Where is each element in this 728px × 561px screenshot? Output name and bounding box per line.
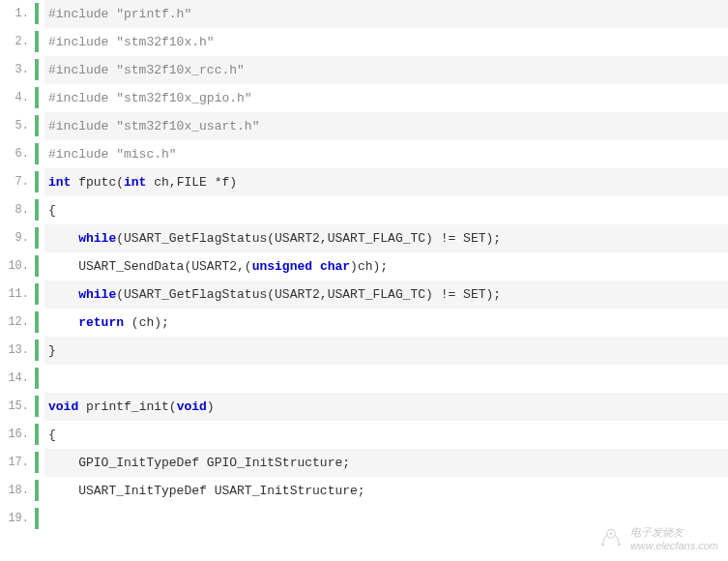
line-number: 5.: [0, 112, 35, 140]
code-line: 11. while(USART_GetFlagStatus(USART2,USA…: [0, 280, 728, 309]
code-line: 2.#include "stm32f10x.h": [0, 28, 728, 56]
code-text[interactable]: #include "stm32f10x_gpio.h": [44, 84, 728, 112]
code-text[interactable]: USART_SendData(USART2,(unsigned char)ch)…: [44, 252, 728, 280]
code-line: 10. USART_SendData(USART2,(unsigned char…: [0, 252, 728, 280]
line-number: 15.: [0, 393, 35, 421]
code-text[interactable]: USART_InitTypeDef USART_InitStructure;: [44, 477, 728, 505]
gutter-bar: [35, 283, 39, 305]
code-line: 14.: [0, 365, 728, 393]
line-number: 10.: [0, 252, 35, 280]
line-number: 7.: [0, 168, 35, 196]
gutter-bar: [35, 227, 39, 249]
gutter-bar: [35, 255, 39, 277]
svg-point-3: [610, 532, 613, 535]
code-text[interactable]: {: [44, 421, 728, 449]
code-text[interactable]: #include "misc.h": [44, 140, 728, 168]
line-number: 16.: [0, 421, 35, 449]
code-line: 8.{: [0, 196, 728, 224]
gutter-bar: [35, 396, 39, 417]
gutter-bar: [35, 452, 39, 473]
code-line: 1.#include "printf.h": [0, 0, 728, 28]
code-text[interactable]: #include "stm32f10x_rcc.h": [44, 56, 728, 84]
svg-point-1: [601, 544, 604, 546]
svg-point-2: [618, 544, 621, 546]
code-line: 12. return (ch);: [0, 309, 728, 337]
line-number: 17.: [0, 449, 35, 477]
code-line: 13.}: [0, 337, 728, 365]
gutter-bar: [35, 311, 39, 333]
gutter-bar: [35, 31, 39, 52]
code-text[interactable]: #include "printf.h": [44, 0, 728, 28]
gutter-bar: [35, 508, 39, 529]
gutter-bar: [35, 199, 39, 221]
code-text[interactable]: }: [44, 337, 728, 365]
watermark-icon: [597, 524, 625, 551]
gutter-bar: [35, 368, 39, 389]
code-text[interactable]: void printf_init(void): [44, 393, 728, 421]
code-line: 7.int fputc(int ch,FILE *f): [0, 168, 728, 196]
line-number: 4.: [0, 84, 35, 112]
line-number: 3.: [0, 56, 35, 84]
code-line: 18. USART_InitTypeDef USART_InitStructur…: [0, 477, 728, 505]
line-number: 11.: [0, 280, 35, 309]
code-text[interactable]: while(USART_GetFlagStatus(USART2,USART_F…: [44, 224, 728, 252]
code-text[interactable]: #include "stm32f10x_usart.h": [44, 112, 728, 140]
code-line: 17. GPIO_InitTypeDef GPIO_InitStructure;: [0, 449, 728, 477]
watermark-line2: www.elecfans.com: [630, 540, 718, 551]
code-line: 16.{: [0, 421, 728, 449]
line-number: 19.: [0, 505, 35, 533]
watermark-line1: 电子发烧友: [630, 525, 718, 540]
line-number: 8.: [0, 196, 35, 224]
line-number: 18.: [0, 477, 35, 505]
gutter-bar: [35, 171, 39, 192]
line-number: 2.: [0, 28, 35, 56]
code-line: 3.#include "stm32f10x_rcc.h": [0, 56, 728, 84]
gutter-bar: [35, 115, 39, 136]
gutter-bar: [35, 424, 39, 445]
gutter-bar: [35, 143, 39, 164]
code-text[interactable]: return (ch);: [44, 309, 728, 337]
code-line: 15.void printf_init(void): [0, 393, 728, 421]
line-number: 6.: [0, 140, 35, 168]
watermark: 电子发烧友 www.elecfans.com: [597, 524, 718, 551]
code-text[interactable]: #include "stm32f10x.h": [44, 28, 728, 56]
gutter-bar: [35, 340, 39, 361]
line-number: 9.: [0, 224, 35, 252]
gutter-bar: [35, 87, 39, 108]
code-line: 6.#include "misc.h": [0, 140, 728, 168]
code-editor: 1.#include "printf.h"2.#include "stm32f1…: [0, 0, 728, 533]
code-text[interactable]: int fputc(int ch,FILE *f): [44, 168, 728, 196]
gutter-bar: [35, 3, 39, 24]
line-number: 13.: [0, 337, 35, 365]
line-number: 1.: [0, 0, 35, 28]
watermark-text: 电子发烧友 www.elecfans.com: [630, 525, 718, 551]
line-number: 14.: [0, 365, 35, 393]
code-line: 4.#include "stm32f10x_gpio.h": [0, 84, 728, 112]
code-line: 9. while(USART_GetFlagStatus(USART2,USAR…: [0, 224, 728, 252]
gutter-bar: [35, 59, 39, 80]
code-text[interactable]: {: [44, 196, 728, 224]
line-number: 12.: [0, 309, 35, 337]
gutter-bar: [35, 480, 39, 501]
code-line: 5.#include "stm32f10x_usart.h": [0, 112, 728, 140]
code-text[interactable]: GPIO_InitTypeDef GPIO_InitStructure;: [44, 449, 728, 477]
code-text[interactable]: while(USART_GetFlagStatus(USART2,USART_F…: [44, 280, 728, 309]
